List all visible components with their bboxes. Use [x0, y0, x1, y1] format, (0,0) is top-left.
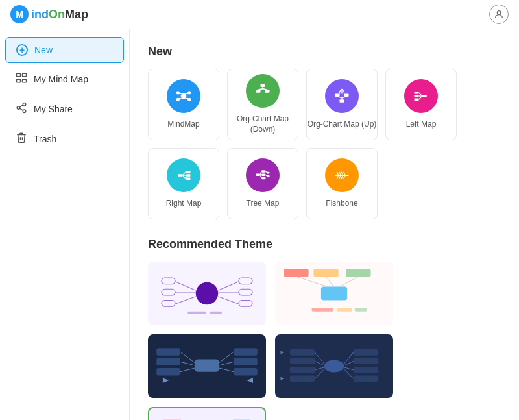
svg-rect-95 — [156, 358, 180, 366]
svg-rect-20 — [256, 90, 261, 93]
svg-rect-27 — [344, 94, 349, 97]
svg-rect-110 — [290, 358, 315, 365]
fishbone-label: Fishbone — [326, 199, 357, 209]
svg-rect-99 — [234, 368, 257, 376]
svg-marker-106 — [247, 378, 253, 383]
svg-rect-114 — [354, 358, 378, 365]
svg-rect-78 — [239, 289, 252, 295]
svg-line-100 — [180, 352, 195, 363]
sidebar-item-my-share[interactable]: My Share — [5, 95, 124, 123]
svg-rect-85 — [313, 269, 338, 277]
svg-line-58 — [265, 175, 267, 176]
svg-line-75 — [218, 282, 239, 290]
svg-rect-49 — [261, 170, 265, 173]
svg-rect-25 — [340, 99, 344, 102]
svg-rect-74 — [162, 301, 175, 307]
svg-line-45 — [182, 172, 186, 175]
org-chart-down-label: Org-Chart Map(Down) — [237, 114, 289, 134]
svg-rect-44 — [186, 178, 191, 180]
theme-card-1[interactable] — [148, 262, 266, 325]
svg-rect-98 — [234, 358, 257, 366]
svg-rect-42 — [186, 171, 191, 173]
svg-rect-86 — [346, 269, 370, 277]
svg-rect-52 — [267, 172, 269, 174]
svg-line-87 — [296, 277, 327, 286]
trash-icon — [16, 132, 27, 146]
svg-marker-126 — [281, 377, 284, 380]
recommended-theme-title: Recommended Theme — [148, 238, 501, 251]
sidebar-item-trash[interactable]: Trash — [5, 125, 124, 153]
svg-line-15 — [184, 93, 188, 94]
svg-line-120 — [315, 369, 324, 378]
svg-line-119 — [315, 367, 324, 370]
svg-rect-21 — [265, 90, 270, 93]
map-card-org-chart-up[interactable]: Org-Chart Map (Up) — [306, 69, 378, 140]
theme-grid — [148, 262, 501, 420]
svg-rect-116 — [354, 375, 378, 382]
sidebar-my-share-label: My Share — [34, 104, 73, 114]
svg-line-17 — [179, 93, 184, 94]
svg-rect-26 — [335, 94, 340, 97]
plus-icon: + — [16, 44, 28, 56]
svg-rect-82 — [210, 312, 222, 314]
svg-rect-35 — [415, 92, 419, 94]
sidebar-my-mind-map-label: My Mind Map — [34, 74, 88, 84]
my-share-icon — [16, 102, 27, 116]
map-card-left-map[interactable]: Left Map — [385, 69, 457, 140]
svg-line-9 — [19, 105, 23, 107]
svg-marker-107 — [163, 378, 169, 383]
svg-rect-19 — [261, 84, 265, 87]
org-chart-up-label: Org-Chart Map (Up) — [308, 119, 377, 130]
svg-rect-93 — [195, 359, 219, 371]
svg-rect-92 — [355, 308, 367, 312]
svg-line-23 — [258, 89, 263, 90]
svg-rect-2 — [23, 73, 27, 77]
logo-icon: M — [10, 5, 29, 23]
fishbone-icon — [325, 158, 359, 192]
my-mind-map-icon — [16, 72, 27, 86]
svg-point-108 — [324, 360, 344, 372]
sidebar-trash-label: Trash — [34, 134, 56, 144]
svg-rect-81 — [187, 312, 206, 314]
svg-rect-41 — [178, 174, 182, 177]
svg-line-47 — [182, 175, 186, 179]
sidebar-item-new[interactable]: + New — [5, 37, 124, 63]
theme-card-5[interactable] — [148, 407, 266, 420]
map-card-right-map[interactable]: Right Map — [148, 148, 219, 219]
svg-line-16 — [184, 99, 188, 99]
theme-card-3[interactable] — [148, 334, 266, 398]
svg-line-30 — [342, 97, 346, 98]
map-card-tree-map[interactable]: Tree Map — [227, 148, 298, 219]
svg-rect-113 — [354, 349, 378, 356]
svg-line-105 — [219, 368, 234, 372]
svg-line-18 — [179, 99, 184, 99]
svg-line-29 — [337, 97, 342, 98]
svg-rect-111 — [290, 367, 315, 373]
tree-map-label: Tree Map — [247, 199, 280, 209]
new-section-title: New — [148, 45, 501, 58]
user-avatar-button[interactable] — [489, 5, 509, 24]
svg-rect-94 — [156, 348, 180, 356]
svg-line-24 — [263, 89, 267, 90]
svg-point-0 — [497, 11, 500, 14]
svg-rect-51 — [261, 177, 265, 180]
map-card-fishbone[interactable]: Fishbone — [306, 148, 378, 219]
logo: M indOnMap — [10, 5, 88, 23]
sidebar-item-my-mind-map[interactable]: My Mind Map — [5, 66, 124, 93]
org-chart-down-icon — [246, 74, 280, 108]
main-layout: + New My Mind Map — [0, 29, 519, 420]
map-card-mindmap[interactable]: MindMap — [148, 69, 219, 140]
header: M indOnMap — [0, 0, 519, 29]
svg-line-54 — [260, 171, 262, 175]
theme-card-2[interactable] — [275, 262, 393, 325]
svg-marker-125 — [281, 351, 284, 354]
svg-rect-70 — [162, 278, 175, 284]
map-card-org-chart-down[interactable]: Org-Chart Map(Down) — [227, 69, 298, 140]
logo-text: indOnMap — [31, 8, 88, 21]
svg-point-6 — [17, 106, 20, 110]
svg-rect-72 — [162, 289, 175, 295]
svg-line-123 — [344, 367, 353, 370]
theme-card-4[interactable] — [275, 334, 393, 398]
svg-point-68 — [196, 282, 219, 305]
svg-line-88 — [326, 277, 334, 286]
